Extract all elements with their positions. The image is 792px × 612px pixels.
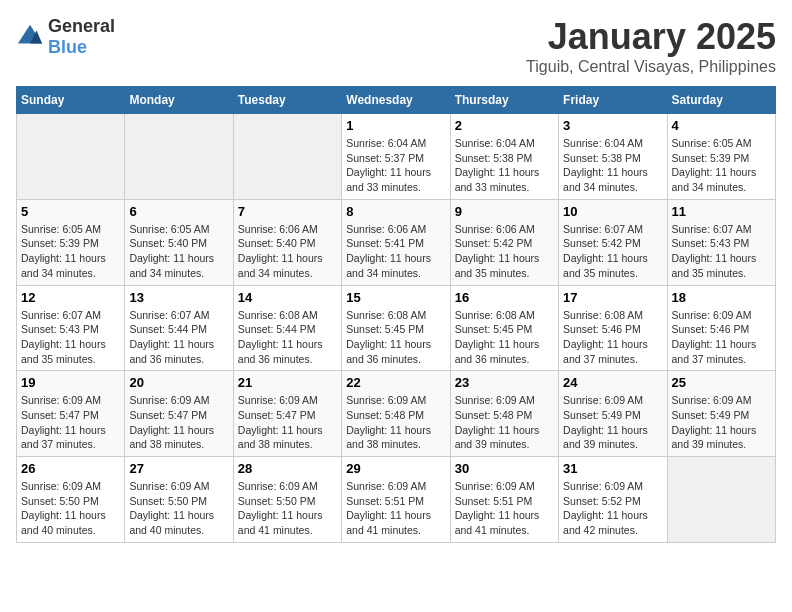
day-info: Sunrise: 6:05 AMSunset: 5:40 PMDaylight:… (129, 222, 228, 281)
header-tuesday: Tuesday (233, 87, 341, 114)
day-info: Sunrise: 6:09 AMSunset: 5:47 PMDaylight:… (21, 393, 120, 452)
day-number: 7 (238, 204, 337, 219)
calendar-cell: 10Sunrise: 6:07 AMSunset: 5:42 PMDayligh… (559, 199, 667, 285)
weekday-header-row: SundayMondayTuesdayWednesdayThursdayFrid… (17, 87, 776, 114)
calendar-cell: 6Sunrise: 6:05 AMSunset: 5:40 PMDaylight… (125, 199, 233, 285)
day-info: Sunrise: 6:06 AMSunset: 5:42 PMDaylight:… (455, 222, 554, 281)
logo-general: General (48, 16, 115, 36)
calendar-cell: 19Sunrise: 6:09 AMSunset: 5:47 PMDayligh… (17, 371, 125, 457)
header-friday: Friday (559, 87, 667, 114)
day-info: Sunrise: 6:07 AMSunset: 5:43 PMDaylight:… (672, 222, 771, 281)
day-info: Sunrise: 6:04 AMSunset: 5:37 PMDaylight:… (346, 136, 445, 195)
calendar-cell: 29Sunrise: 6:09 AMSunset: 5:51 PMDayligh… (342, 457, 450, 543)
day-info: Sunrise: 6:05 AMSunset: 5:39 PMDaylight:… (672, 136, 771, 195)
day-info: Sunrise: 6:09 AMSunset: 5:49 PMDaylight:… (672, 393, 771, 452)
week-row-3: 12Sunrise: 6:07 AMSunset: 5:43 PMDayligh… (17, 285, 776, 371)
calendar-cell: 12Sunrise: 6:07 AMSunset: 5:43 PMDayligh… (17, 285, 125, 371)
header-thursday: Thursday (450, 87, 558, 114)
calendar-cell: 17Sunrise: 6:08 AMSunset: 5:46 PMDayligh… (559, 285, 667, 371)
calendar-cell (125, 114, 233, 200)
day-info: Sunrise: 6:08 AMSunset: 5:45 PMDaylight:… (346, 308, 445, 367)
day-info: Sunrise: 6:04 AMSunset: 5:38 PMDaylight:… (455, 136, 554, 195)
day-number: 27 (129, 461, 228, 476)
day-info: Sunrise: 6:09 AMSunset: 5:51 PMDaylight:… (455, 479, 554, 538)
calendar-cell: 18Sunrise: 6:09 AMSunset: 5:46 PMDayligh… (667, 285, 775, 371)
header-sunday: Sunday (17, 87, 125, 114)
day-number: 20 (129, 375, 228, 390)
calendar-cell: 5Sunrise: 6:05 AMSunset: 5:39 PMDaylight… (17, 199, 125, 285)
day-number: 15 (346, 290, 445, 305)
day-number: 25 (672, 375, 771, 390)
day-info: Sunrise: 6:09 AMSunset: 5:50 PMDaylight:… (238, 479, 337, 538)
calendar-cell: 13Sunrise: 6:07 AMSunset: 5:44 PMDayligh… (125, 285, 233, 371)
logo-blue: Blue (48, 37, 87, 57)
calendar-cell: 4Sunrise: 6:05 AMSunset: 5:39 PMDaylight… (667, 114, 775, 200)
day-info: Sunrise: 6:09 AMSunset: 5:47 PMDaylight:… (238, 393, 337, 452)
day-number: 30 (455, 461, 554, 476)
day-info: Sunrise: 6:08 AMSunset: 5:45 PMDaylight:… (455, 308, 554, 367)
day-number: 13 (129, 290, 228, 305)
day-number: 6 (129, 204, 228, 219)
day-info: Sunrise: 6:09 AMSunset: 5:48 PMDaylight:… (346, 393, 445, 452)
day-number: 19 (21, 375, 120, 390)
day-number: 8 (346, 204, 445, 219)
calendar-cell: 28Sunrise: 6:09 AMSunset: 5:50 PMDayligh… (233, 457, 341, 543)
calendar-cell: 7Sunrise: 6:06 AMSunset: 5:40 PMDaylight… (233, 199, 341, 285)
day-number: 11 (672, 204, 771, 219)
day-info: Sunrise: 6:09 AMSunset: 5:48 PMDaylight:… (455, 393, 554, 452)
calendar-cell: 11Sunrise: 6:07 AMSunset: 5:43 PMDayligh… (667, 199, 775, 285)
calendar-cell: 8Sunrise: 6:06 AMSunset: 5:41 PMDaylight… (342, 199, 450, 285)
day-info: Sunrise: 6:08 AMSunset: 5:44 PMDaylight:… (238, 308, 337, 367)
calendar-cell: 1Sunrise: 6:04 AMSunset: 5:37 PMDaylight… (342, 114, 450, 200)
day-number: 23 (455, 375, 554, 390)
day-number: 9 (455, 204, 554, 219)
header: General Blue January 2025 Tiguib, Centra… (16, 16, 776, 76)
day-number: 3 (563, 118, 662, 133)
calendar-table: SundayMondayTuesdayWednesdayThursdayFrid… (16, 86, 776, 543)
week-row-1: 1Sunrise: 6:04 AMSunset: 5:37 PMDaylight… (17, 114, 776, 200)
day-number: 1 (346, 118, 445, 133)
calendar-cell: 22Sunrise: 6:09 AMSunset: 5:48 PMDayligh… (342, 371, 450, 457)
calendar-cell: 24Sunrise: 6:09 AMSunset: 5:49 PMDayligh… (559, 371, 667, 457)
month-title: January 2025 (526, 16, 776, 58)
day-number: 18 (672, 290, 771, 305)
logo: General Blue (16, 16, 115, 58)
day-number: 16 (455, 290, 554, 305)
calendar-cell: 3Sunrise: 6:04 AMSunset: 5:38 PMDaylight… (559, 114, 667, 200)
day-info: Sunrise: 6:06 AMSunset: 5:41 PMDaylight:… (346, 222, 445, 281)
day-info: Sunrise: 6:09 AMSunset: 5:47 PMDaylight:… (129, 393, 228, 452)
calendar-cell: 27Sunrise: 6:09 AMSunset: 5:50 PMDayligh… (125, 457, 233, 543)
day-number: 24 (563, 375, 662, 390)
day-info: Sunrise: 6:07 AMSunset: 5:44 PMDaylight:… (129, 308, 228, 367)
day-number: 29 (346, 461, 445, 476)
header-monday: Monday (125, 87, 233, 114)
location-title: Tiguib, Central Visayas, Philippines (526, 58, 776, 76)
calendar-cell (667, 457, 775, 543)
calendar-cell (233, 114, 341, 200)
calendar-cell: 16Sunrise: 6:08 AMSunset: 5:45 PMDayligh… (450, 285, 558, 371)
calendar-cell: 26Sunrise: 6:09 AMSunset: 5:50 PMDayligh… (17, 457, 125, 543)
logo-icon (16, 23, 44, 51)
week-row-4: 19Sunrise: 6:09 AMSunset: 5:47 PMDayligh… (17, 371, 776, 457)
calendar-cell: 23Sunrise: 6:09 AMSunset: 5:48 PMDayligh… (450, 371, 558, 457)
day-info: Sunrise: 6:08 AMSunset: 5:46 PMDaylight:… (563, 308, 662, 367)
header-saturday: Saturday (667, 87, 775, 114)
day-number: 17 (563, 290, 662, 305)
calendar-cell: 14Sunrise: 6:08 AMSunset: 5:44 PMDayligh… (233, 285, 341, 371)
day-number: 22 (346, 375, 445, 390)
day-info: Sunrise: 6:09 AMSunset: 5:50 PMDaylight:… (21, 479, 120, 538)
day-info: Sunrise: 6:07 AMSunset: 5:42 PMDaylight:… (563, 222, 662, 281)
calendar-cell: 15Sunrise: 6:08 AMSunset: 5:45 PMDayligh… (342, 285, 450, 371)
day-number: 5 (21, 204, 120, 219)
calendar-cell: 25Sunrise: 6:09 AMSunset: 5:49 PMDayligh… (667, 371, 775, 457)
day-number: 12 (21, 290, 120, 305)
calendar-cell: 9Sunrise: 6:06 AMSunset: 5:42 PMDaylight… (450, 199, 558, 285)
day-info: Sunrise: 6:09 AMSunset: 5:51 PMDaylight:… (346, 479, 445, 538)
day-info: Sunrise: 6:09 AMSunset: 5:49 PMDaylight:… (563, 393, 662, 452)
calendar-cell (17, 114, 125, 200)
day-info: Sunrise: 6:06 AMSunset: 5:40 PMDaylight:… (238, 222, 337, 281)
day-number: 14 (238, 290, 337, 305)
day-info: Sunrise: 6:07 AMSunset: 5:43 PMDaylight:… (21, 308, 120, 367)
logo-text: General Blue (48, 16, 115, 58)
header-wednesday: Wednesday (342, 87, 450, 114)
